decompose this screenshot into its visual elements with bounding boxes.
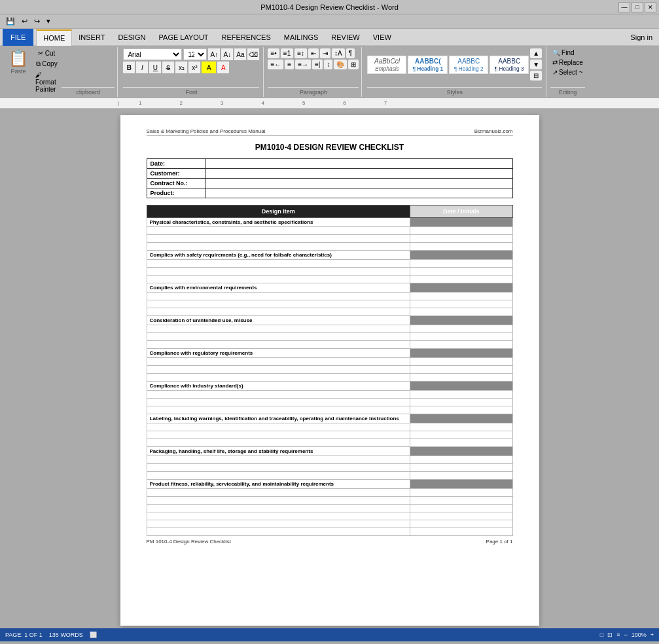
date-cell-4[interactable] — [410, 349, 512, 358]
checklist-item-1[interactable]: Complies with safety requirements (e.g.,… — [147, 251, 410, 260]
save-icon[interactable]: 💾 — [4, 16, 17, 26]
font-name-select[interactable]: Arial — [123, 48, 182, 60]
footer-right: Page 1 of 1 — [486, 539, 513, 545]
style-heading3[interactable]: AABBC¶ Heading 3 — [490, 56, 529, 74]
tab-design[interactable]: DESIGN — [111, 29, 152, 45]
align-right-button[interactable]: ≡→ — [295, 60, 311, 69]
checklist-item-0[interactable]: Physical characteristics, constraints, a… — [147, 218, 410, 227]
styles-more-button[interactable]: ⊟ — [530, 71, 542, 80]
styles-label: Styles — [367, 87, 542, 96]
format-painter-button[interactable]: 🖌 Format Painter — [33, 70, 60, 94]
zoom-out-icon[interactable]: − — [624, 632, 627, 638]
multilevel-button[interactable]: ≡↕ — [294, 48, 307, 58]
line-spacing-button[interactable]: ↕ — [324, 60, 332, 69]
minimize-button[interactable]: — — [618, 2, 630, 12]
find-button[interactable]: 🔍 Find — [550, 48, 585, 57]
table-row — [147, 528, 512, 536]
table-row — [147, 505, 512, 512]
date-cell-8[interactable] — [410, 480, 512, 489]
show-para-button[interactable]: ¶ — [346, 48, 355, 58]
underline-button[interactable]: U — [149, 62, 161, 73]
styles-down-button[interactable]: ▼ — [530, 60, 542, 69]
redo-icon[interactable]: ↪ — [32, 16, 42, 26]
header-left: Sales & Marketing Policies and Procedure… — [147, 128, 266, 134]
date-cell-2[interactable] — [410, 283, 512, 293]
increase-font-button[interactable]: A↑ — [208, 48, 220, 60]
date-cell-1[interactable] — [410, 251, 512, 260]
paste-button[interactable]: 📋 — [5, 48, 31, 68]
contract-value[interactable] — [205, 179, 512, 188]
change-case-button[interactable]: Aa — [234, 48, 246, 60]
shading-button[interactable]: 🎨 — [334, 60, 347, 69]
sign-in-link[interactable]: Sign in — [630, 33, 659, 41]
cut-button[interactable]: ✂ Cut — [33, 48, 60, 58]
font-color-button[interactable]: A — [217, 62, 229, 73]
checklist-item-6[interactable]: Labeling, including warnings, identifica… — [147, 414, 410, 423]
table-row: Packaging, handling, shelf life, storage… — [147, 447, 512, 456]
superscript-button[interactable]: x² — [188, 62, 200, 73]
justify-button[interactable]: ≡| — [312, 60, 323, 69]
select-button[interactable]: ↗ Select ~ — [550, 68, 585, 77]
tab-review[interactable]: REVIEW — [325, 29, 366, 45]
title-text: PM1010-4 Design Review Checklist - Word — [260, 3, 399, 11]
tab-mailings[interactable]: MAILINGS — [277, 29, 325, 45]
undo-icon[interactable]: ↩ — [20, 16, 29, 26]
bold-button[interactable]: B — [123, 62, 135, 73]
view-read-icon[interactable]: ≡ — [616, 632, 620, 638]
checklist-item-2[interactable]: Complies with environmental requirements — [147, 283, 410, 293]
style-heading2[interactable]: AABBC¶ Heading 2 — [449, 56, 488, 74]
decrease-indent-button[interactable]: ⇤ — [308, 48, 319, 58]
date-cell-0[interactable] — [410, 218, 512, 227]
increase-indent-button[interactable]: ⇥ — [320, 48, 330, 58]
styles-up-button[interactable]: ▲ — [530, 48, 542, 58]
sort-button[interactable]: ↕A — [332, 48, 345, 58]
italic-button[interactable]: I — [136, 62, 148, 73]
tab-view[interactable]: VIEW — [366, 29, 398, 45]
product-value[interactable] — [205, 188, 512, 198]
date-cell-6[interactable] — [410, 414, 512, 423]
align-left-button[interactable]: ≡← — [268, 60, 283, 69]
tab-page-layout[interactable]: PAGE LAYOUT — [152, 29, 215, 45]
subscript-button[interactable]: x₂ — [175, 62, 187, 73]
clear-format-button[interactable]: ⌫ — [247, 48, 259, 60]
style-heading1[interactable]: AABBC(¶ Heading 1 — [408, 56, 448, 74]
tab-references[interactable]: REFERENCES — [215, 29, 277, 45]
numbering-button[interactable]: ≡1 — [281, 48, 293, 58]
decrease-font-button[interactable]: A↓ — [221, 48, 233, 60]
tab-home[interactable]: HOME — [36, 29, 72, 46]
checklist-item-4[interactable]: Compliance with regulatory requirements — [147, 349, 410, 358]
style-emphasis[interactable]: AaBbCclEmphasis — [367, 56, 406, 74]
date-cell-7[interactable] — [410, 447, 512, 456]
text-highlight-button[interactable]: A — [202, 62, 216, 73]
tab-insert[interactable]: INSERT — [72, 29, 111, 45]
close-button[interactable]: ✕ — [645, 2, 656, 12]
word-count: 135 WORDS — [49, 632, 83, 638]
info-row-contract: Contract No.: — [147, 179, 512, 188]
checklist-item-8[interactable]: Product fitness, reliability, serviceabi… — [147, 480, 410, 489]
table-row — [147, 358, 512, 366]
date-cell-3[interactable] — [410, 316, 512, 325]
table-row — [147, 366, 512, 374]
copy-button[interactable]: ⧉ Copy — [33, 59, 60, 69]
maximize-button[interactable]: □ — [632, 2, 643, 12]
strikethrough-button[interactable]: S̶ — [162, 62, 174, 73]
checklist-item-7[interactable]: Packaging, handling, shelf life, storage… — [147, 447, 410, 456]
date-cell-5[interactable] — [410, 382, 512, 391]
clipboard-group: 📋 Paste ✂ Cut ⧉ Copy 🖌 Format Painter cl… — [3, 47, 118, 97]
replace-button[interactable]: ⇄ Replace — [550, 58, 585, 67]
view-web-icon[interactable]: ⊡ — [607, 632, 613, 638]
document-page[interactable]: Sales & Marketing Policies and Procedure… — [120, 115, 539, 626]
customer-value[interactable] — [205, 169, 512, 179]
checklist-item-3[interactable]: Consideration of unintended use, misuse — [147, 316, 410, 325]
date-value[interactable] — [205, 159, 512, 169]
bullets-button[interactable]: ≡• — [268, 48, 279, 58]
tab-file[interactable]: FILE — [3, 29, 33, 46]
font-size-select[interactable]: 12 — [183, 48, 207, 60]
customize-icon[interactable]: ▾ — [45, 16, 52, 26]
checklist-item-5[interactable]: Compliance with industry standard(s) — [147, 382, 410, 391]
zoom-in-icon[interactable]: + — [650, 632, 654, 638]
align-center-button[interactable]: ≡ — [285, 60, 294, 69]
borders-button[interactable]: ⊞ — [348, 60, 359, 69]
col-date-initials: Date / Initials — [410, 206, 512, 218]
view-print-icon[interactable]: □ — [600, 632, 603, 638]
